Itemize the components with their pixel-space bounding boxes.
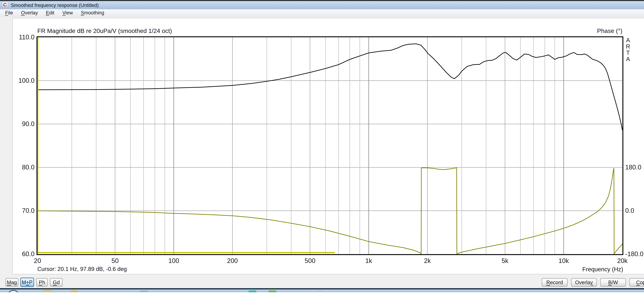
arta-watermark: ARTA (624, 37, 632, 62)
start-orb-icon[interactable] (7, 290, 20, 292)
y-right-tick-label: 0.0 (625, 207, 644, 214)
menu-item-overlay[interactable]: Overlay (18, 9, 41, 16)
watermark-letter: A (624, 37, 632, 43)
y-right-tick-label: -180.0 (625, 250, 644, 258)
taskbar-icon[interactable] (248, 291, 256, 292)
x-axis-title: Frequency (Hz) (494, 266, 623, 273)
menu-item-smoothing[interactable]: Smoothing (78, 9, 107, 16)
menu-item-file[interactable]: File (2, 9, 16, 16)
menu-bar: FileOverlayEditViewSmoothing (0, 9, 644, 16)
taskbar-top-edge (0, 288, 644, 290)
b-w-button[interactable]: B/W (600, 278, 626, 287)
m-p-button[interactable]: M+P (20, 278, 34, 287)
window-title: Smoothed frequency response (Untitled) (11, 2, 99, 8)
taskbar-icon[interactable] (316, 291, 324, 292)
window-border-top (0, 0, 644, 1)
x-tick-label: 1k (354, 257, 383, 265)
x-tick-label: 2k (413, 257, 442, 265)
x-tick-label: 100 (160, 257, 188, 265)
mag-button[interactable]: Mag (6, 278, 18, 287)
y-left-tick-label: 70.0 (0, 207, 34, 214)
plot-area[interactable] (38, 37, 622, 254)
taskbar-icon[interactable] (140, 291, 148, 292)
x-tick-label: 20 (23, 257, 52, 265)
arta-app-icon: C (2, 2, 8, 8)
y-left-tick-label: 80.0 (0, 164, 34, 171)
windows-taskbar[interactable] (0, 290, 644, 292)
chart-title: FR Magnitude dB re 20uPa/V (smoothed 1/2… (37, 27, 172, 34)
menu-item-view[interactable]: View (59, 9, 76, 16)
y-left-tick-label: 90.0 (0, 120, 34, 128)
x-tick-label: 50 (101, 257, 129, 265)
watermark-letter: A (624, 56, 632, 62)
window-titlebar[interactable]: C Smoothed frequency response (Untitled)… (0, 1, 644, 9)
desktop-area (0, 292, 644, 300)
x-tick-label: 10k (550, 257, 578, 265)
ph-button[interactable]: Ph (36, 278, 48, 287)
record-button[interactable]: Record (542, 278, 568, 287)
copy-button[interactable]: Copy (629, 278, 644, 287)
y-right-tick-label: 180.0 (625, 164, 644, 171)
y-left-tick-label: 60.0 (0, 250, 34, 258)
overlay-button[interactable]: Overlay (571, 278, 597, 287)
taskbar-icon[interactable] (43, 291, 52, 292)
taskbar-icon[interactable] (268, 291, 276, 292)
gd-button[interactable]: Gd (50, 278, 62, 287)
taskbar-icon[interactable] (70, 291, 77, 292)
arta-smoothed-frequency-response-window: C Smoothed frequency response (Untitled)… (0, 0, 644, 300)
cursor-readout: Cursor: 20.1 Hz, 97.89 dB, -0.6 deg (37, 266, 127, 272)
watermark-letter: T (624, 50, 632, 56)
x-tick-label: 500 (296, 257, 324, 265)
x-tick-label: 200 (218, 257, 247, 265)
watermark-letter: R (624, 43, 632, 50)
y-left-tick-label: 110.0 (0, 33, 34, 41)
x-tick-label: 5k (491, 257, 519, 265)
menu-item-edit[interactable]: Edit (43, 9, 58, 16)
y-left-tick-label: 100.0 (0, 77, 34, 84)
right-axis-title: Phase (°) (494, 27, 622, 34)
arta-app-icon-glyph: C (3, 2, 7, 7)
x-tick-label: 20k (608, 257, 636, 265)
